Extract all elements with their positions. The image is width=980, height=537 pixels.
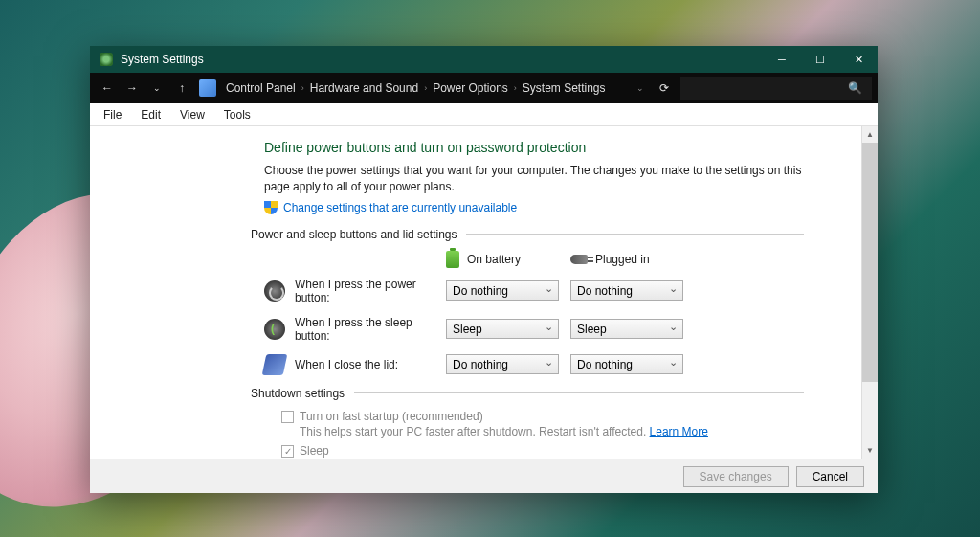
power-battery-select[interactable]: Do nothing bbox=[446, 280, 559, 301]
chevron-right-icon: › bbox=[300, 83, 306, 93]
up-button[interactable]: ↑ bbox=[170, 78, 193, 99]
column-on-battery: On battery bbox=[446, 251, 570, 268]
breadcrumb-item[interactable]: Hardware and Sound bbox=[306, 81, 422, 95]
menu-view[interactable]: View bbox=[172, 106, 212, 123]
window-title: System Settings bbox=[121, 53, 763, 66]
learn-more-link[interactable]: Learn More bbox=[650, 425, 708, 438]
breadcrumb-item[interactable]: Power Options bbox=[429, 81, 512, 95]
scroll-thumb[interactable] bbox=[862, 143, 878, 382]
address-dropdown[interactable]: ⌄ bbox=[629, 83, 652, 93]
fast-startup-checkbox[interactable] bbox=[281, 411, 294, 423]
menu-edit[interactable]: Edit bbox=[133, 106, 168, 123]
divider bbox=[466, 234, 804, 235]
power-button-label: When I press the power button: bbox=[295, 278, 446, 304]
page-description: Choose the power settings that you want … bbox=[264, 163, 804, 195]
minimize-button[interactable]: ─ bbox=[763, 46, 801, 73]
scroll-up-arrow[interactable]: ▲ bbox=[862, 126, 878, 143]
power-plugged-select[interactable]: Do nothing bbox=[570, 280, 683, 301]
power-button-icon bbox=[264, 280, 285, 302]
on-battery-label: On battery bbox=[467, 253, 521, 266]
titlebar: System Settings ─ ☐ ✕ bbox=[90, 46, 878, 73]
sleep-button-icon bbox=[264, 319, 285, 340]
save-button[interactable]: Save changes bbox=[683, 466, 789, 487]
section-power-sleep: Power and sleep buttons and lid settings bbox=[251, 228, 457, 241]
breadcrumb-item[interactable]: Control Panel bbox=[222, 81, 300, 95]
footer-button-bar: Save changes Cancel bbox=[90, 459, 878, 493]
chevron-right-icon: › bbox=[512, 83, 519, 93]
fast-startup-label: Turn on fast startup (recommended) bbox=[300, 410, 483, 423]
shield-icon bbox=[264, 201, 278, 214]
content-scroll[interactable]: Define power buttons and turn on passwor… bbox=[90, 126, 861, 459]
lid-row: When I close the lid: Do nothing Do noth… bbox=[264, 354, 804, 375]
scroll-track[interactable] bbox=[862, 143, 878, 442]
vertical-scrollbar[interactable]: ▲ ▼ bbox=[861, 126, 878, 459]
content-area: Define power buttons and turn on passwor… bbox=[90, 126, 878, 459]
breadcrumb-item[interactable]: System Settings bbox=[519, 81, 610, 95]
page-title: Define power buttons and turn on passwor… bbox=[264, 140, 804, 155]
menubar: File Edit View Tools bbox=[90, 103, 878, 126]
breadcrumb: Control Panel › Hardware and Sound › Pow… bbox=[222, 81, 627, 95]
sleep-battery-select[interactable]: Sleep bbox=[446, 319, 559, 339]
sleep-checkbox[interactable] bbox=[281, 445, 294, 458]
fast-startup-desc: This helps start your PC faster after sh… bbox=[300, 425, 804, 438]
menu-file[interactable]: File bbox=[96, 106, 129, 123]
plugged-in-label: Plugged in bbox=[595, 253, 650, 266]
refresh-button[interactable]: ⟳ bbox=[654, 81, 679, 95]
menu-tools[interactable]: Tools bbox=[216, 106, 258, 123]
maximize-button[interactable]: ☐ bbox=[801, 46, 839, 73]
search-icon: 🔍 bbox=[848, 81, 862, 95]
power-button-row: When I press the power button: Do nothin… bbox=[264, 278, 804, 304]
search-input[interactable]: 🔍 bbox=[680, 77, 872, 100]
lid-plugged-select[interactable]: Do nothing bbox=[570, 354, 683, 374]
lid-label: When I close the lid: bbox=[295, 358, 446, 371]
back-button[interactable]: ← bbox=[96, 78, 119, 99]
close-button[interactable]: ✕ bbox=[839, 46, 878, 73]
system-settings-window: System Settings ─ ☐ ✕ ← → ⌄ ↑ Control Pa… bbox=[90, 46, 878, 493]
recent-dropdown[interactable]: ⌄ bbox=[145, 78, 168, 99]
navigation-bar: ← → ⌄ ↑ Control Panel › Hardware and Sou… bbox=[90, 73, 878, 103]
divider bbox=[354, 392, 804, 393]
control-panel-icon bbox=[199, 79, 216, 97]
lid-battery-select[interactable]: Do nothing bbox=[446, 354, 559, 374]
battery-icon bbox=[446, 251, 459, 268]
lid-icon bbox=[262, 354, 288, 375]
sleep-button-row: When I press the sleep button: Sleep Sle… bbox=[264, 316, 804, 343]
change-settings-link[interactable]: Change settings that are currently unava… bbox=[283, 201, 517, 214]
cancel-button[interactable]: Cancel bbox=[796, 466, 864, 487]
app-icon bbox=[100, 53, 113, 66]
sleep-button-label: When I press the sleep button: bbox=[295, 316, 446, 343]
column-plugged-in: Plugged in bbox=[570, 251, 695, 268]
plug-icon bbox=[570, 255, 588, 264]
forward-button[interactable]: → bbox=[121, 78, 144, 99]
chevron-right-icon: › bbox=[422, 83, 429, 93]
scroll-down-arrow[interactable]: ▼ bbox=[862, 442, 878, 459]
sleep-plugged-select[interactable]: Sleep bbox=[570, 319, 683, 339]
window-controls: ─ ☐ ✕ bbox=[763, 46, 878, 73]
section-shutdown: Shutdown settings bbox=[251, 387, 345, 400]
sleep-label: Sleep bbox=[300, 444, 329, 458]
